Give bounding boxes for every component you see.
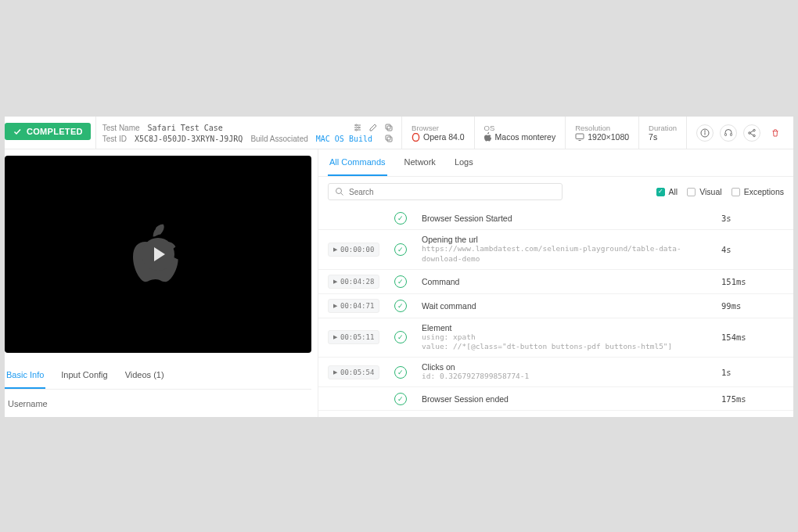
- username-label: Username: [8, 399, 48, 408]
- command-text: Opening the urlhttps://www.lambdatest.co…: [422, 235, 709, 264]
- success-icon: [394, 393, 407, 405]
- success-icon: [394, 212, 407, 225]
- basic-info-body: Username: [5, 390, 311, 418]
- checkbox-icon: [687, 188, 696, 196]
- filter-all[interactable]: All: [656, 187, 678, 196]
- headset-button[interactable]: [720, 124, 737, 142]
- env-os-label: OS: [484, 124, 556, 132]
- success-icon: [394, 300, 407, 312]
- duration-text: 3s: [721, 214, 784, 223]
- search-box[interactable]: [328, 183, 563, 200]
- svg-rect-17: [731, 133, 732, 135]
- play-icon: [154, 247, 165, 261]
- test-meta: Test Name Safari Test Case Test ID X5C8J…: [95, 117, 401, 149]
- env-duration-value: 7s: [649, 132, 677, 142]
- svg-rect-8: [387, 137, 392, 142]
- headset-icon: [724, 128, 733, 138]
- tab-all-commands[interactable]: All Commands: [328, 149, 387, 176]
- timestamp-badge[interactable]: ▶ 00:04:28: [328, 275, 379, 289]
- env-browser: Browser Opera 84.0: [401, 117, 474, 149]
- timestamp-slot: ▶ 00:04:71: [328, 299, 379, 313]
- svg-point-4: [358, 127, 360, 128]
- share-button[interactable]: [743, 124, 760, 142]
- command-rows: Browser Session Started3s▶ 00:00:00Openi…: [318, 207, 793, 411]
- info-icon: [700, 128, 710, 138]
- test-id-label: Test ID: [102, 135, 127, 143]
- copy-icon[interactable]: [384, 123, 394, 132]
- success-icon: [394, 243, 407, 256]
- command-row[interactable]: ▶ 00:04:28Command151ms: [318, 270, 793, 294]
- env-os: OS Macos monterey: [474, 117, 566, 149]
- duration-text: 1s: [721, 368, 784, 377]
- opera-icon: [412, 133, 420, 142]
- svg-point-5: [356, 129, 358, 131]
- duration-text: 99ms: [721, 301, 784, 311]
- settings-sliders-icon[interactable]: [353, 123, 362, 132]
- checkbox-icon: [656, 188, 665, 196]
- info-button[interactable]: [696, 124, 714, 142]
- svg-point-23: [336, 189, 342, 194]
- play-button[interactable]: [142, 238, 174, 271]
- success-icon: [394, 275, 407, 288]
- tab-videos[interactable]: Videos (1): [124, 362, 166, 389]
- build-assoc-label: Build Associated: [250, 135, 307, 143]
- command-subtext: https://www.lambdatest.com/selenium-play…: [422, 244, 709, 264]
- command-row[interactable]: ▶ 00:05:11Elementusing: xpath value: //*…: [318, 318, 793, 358]
- duration-text: 175ms: [721, 394, 784, 404]
- timestamp-slot: ▶ 00:04:28: [328, 275, 379, 289]
- env-os-value: Macos monterey: [495, 132, 556, 142]
- command-text: Browser Session Started: [422, 214, 709, 223]
- env-duration: Duration 7s: [638, 117, 686, 149]
- status-col: [392, 275, 409, 288]
- command-row[interactable]: ▶ 00:00:00Opening the urlhttps://www.lam…: [318, 230, 793, 270]
- timestamp-badge[interactable]: ▶ 00:00:00: [328, 243, 379, 257]
- command-row[interactable]: ▶ 00:05:54Clicks onid: 0.326792789985877…: [318, 358, 793, 387]
- tab-basic-info[interactable]: Basic Info: [5, 362, 45, 389]
- command-text: Clicks onid: 0.3267927899858774-1: [422, 362, 709, 382]
- status-badge: COMPLETED: [5, 123, 91, 140]
- test-name-label: Test Name: [102, 124, 140, 132]
- status-col: [392, 393, 409, 405]
- left-tabs: Basic Info Input Config Videos (1): [5, 362, 311, 390]
- filter-exceptions[interactable]: Exceptions: [732, 187, 784, 196]
- status-text: COMPLETED: [27, 127, 83, 136]
- check-icon: [13, 127, 22, 136]
- checkbox-icon: [732, 188, 740, 196]
- timestamp-badge[interactable]: ▶ 00:05:54: [328, 365, 379, 379]
- tab-input-config[interactable]: Input Config: [59, 362, 109, 389]
- duration-text: 154ms: [721, 332, 784, 342]
- timestamp-slot: ▶ 00:00:00: [328, 243, 379, 257]
- command-row[interactable]: ▶ 00:04:71Wait command99ms: [318, 294, 793, 318]
- test-header: COMPLETED Test Name Safari Test Case Tes…: [5, 117, 793, 149]
- build-assoc-link[interactable]: MAC OS Build: [316, 135, 372, 143]
- command-text: Elementusing: xpath value: //*[@class="d…: [422, 323, 709, 353]
- right-tabs: All Commands Network Logs: [318, 149, 793, 177]
- delete-button[interactable]: [767, 124, 784, 142]
- timestamp-badge[interactable]: ▶ 00:04:71: [328, 299, 379, 313]
- filter-visual-label: Visual: [699, 187, 721, 196]
- monitor-icon: [575, 133, 584, 141]
- video-preview[interactable]: [5, 156, 311, 353]
- filter-visual[interactable]: Visual: [687, 187, 721, 196]
- trash-icon: [771, 128, 780, 138]
- timestamp-badge[interactable]: ▶ 00:05:11: [328, 330, 379, 344]
- command-row[interactable]: Browser Session ended175ms: [318, 387, 793, 411]
- command-subtext: id: 0.3267927899858774-1: [422, 372, 709, 382]
- test-name-value: Safari Test Case: [148, 124, 223, 132]
- svg-rect-9: [386, 135, 390, 140]
- success-icon: [394, 366, 407, 379]
- test-id-value: X5C8J-050JD-3XRYN-J9JRQ: [135, 135, 243, 143]
- edit-icon[interactable]: [368, 123, 378, 132]
- env-resolution: Resolution 1920×1080: [565, 117, 638, 149]
- command-text: Wait command: [422, 301, 709, 311]
- copy-icon[interactable]: [384, 134, 394, 143]
- status-col: [392, 243, 409, 256]
- env-browser-value: Opera 84.0: [423, 132, 465, 142]
- env-browser-label: Browser: [412, 124, 465, 132]
- command-row[interactable]: Browser Session Started3s: [318, 207, 793, 230]
- tab-logs[interactable]: Logs: [453, 149, 475, 176]
- svg-rect-11: [576, 134, 584, 139]
- search-icon: [335, 187, 344, 196]
- search-input[interactable]: [349, 188, 555, 196]
- tab-network[interactable]: Network: [403, 149, 437, 176]
